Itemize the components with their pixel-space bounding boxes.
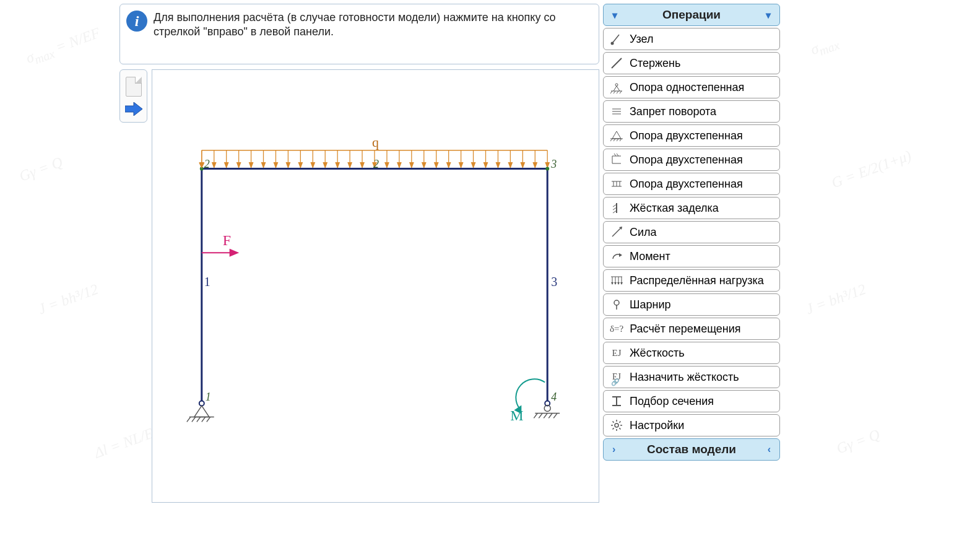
svg-marker-58 <box>545 163 549 168</box>
force-F[interactable] <box>202 249 238 256</box>
svg-line-102 <box>617 154 618 156</box>
moment-M-label: M <box>510 407 523 423</box>
svg-line-82 <box>614 86 617 91</box>
left-toolbar <box>119 69 147 123</box>
op-hinge[interactable]: Шарнир <box>603 293 780 316</box>
svg-line-87 <box>617 91 618 93</box>
distload-icon <box>610 274 623 287</box>
svg-marker-34 <box>397 163 401 168</box>
support-roller-node4[interactable] <box>534 405 560 418</box>
op-section[interactable]: Подбор сечения <box>603 390 780 412</box>
chevron-down-icon: ▾ <box>612 9 617 21</box>
svg-marker-62 <box>230 249 238 256</box>
support-pin-node1[interactable] <box>187 406 214 422</box>
svg-marker-56 <box>533 163 537 168</box>
svg-marker-92 <box>612 131 621 139</box>
op-bar[interactable]: Стержень <box>603 52 780 74</box>
svg-marker-122 <box>617 282 620 285</box>
op-force[interactable]: Сила <box>603 221 780 243</box>
op-support1-label: Опора одностепенная <box>630 81 773 94</box>
svg-line-96 <box>617 139 618 141</box>
run-button[interactable] <box>125 102 142 116</box>
svg-marker-0 <box>125 102 142 116</box>
svg-marker-44 <box>459 163 463 168</box>
svg-marker-40 <box>435 163 438 168</box>
svg-marker-38 <box>422 163 426 168</box>
svg-marker-26 <box>348 163 352 168</box>
bar-1-label: 1 <box>204 275 210 289</box>
model-contents-title: Состав модели <box>647 443 736 456</box>
op-stiffness-label: Жёсткость <box>630 347 773 360</box>
op-support2a-label: Опора двухстепенная <box>630 129 773 142</box>
op-support2c[interactable]: Опора двухстепенная <box>603 173 780 195</box>
op-support1[interactable]: Опора одностепенная <box>603 76 780 98</box>
op-force-label: Сила <box>630 226 773 239</box>
op-bar-label: Стержень <box>630 57 773 70</box>
op-distload-label: Распределённая нагрузка <box>630 274 773 287</box>
svg-line-88 <box>620 91 622 93</box>
svg-point-79 <box>611 42 614 45</box>
operations-title: Операции <box>662 8 721 22</box>
svg-line-68 <box>197 417 201 422</box>
svg-line-66 <box>187 417 191 422</box>
node-1-label: 1 <box>206 391 211 403</box>
ibeam-icon <box>610 394 623 408</box>
new-document-icon[interactable] <box>126 77 142 97</box>
chevron-right-icon: › <box>612 444 615 455</box>
svg-point-81 <box>615 84 618 86</box>
support2a-icon <box>610 129 623 142</box>
op-settings-label: Настройки <box>630 419 773 432</box>
svg-marker-52 <box>508 163 512 168</box>
svg-line-86 <box>614 91 615 93</box>
model-contents-footer[interactable]: › Состав модели ‹ <box>603 438 780 461</box>
chevron-left-icon: ‹ <box>768 444 771 455</box>
node-3[interactable] <box>545 167 549 171</box>
hinge-icon <box>610 298 623 311</box>
info-icon: i <box>126 11 147 32</box>
force-icon <box>610 225 623 239</box>
operations-header[interactable]: ▾ Операции ▾ <box>603 4 780 26</box>
svg-line-135 <box>619 428 620 429</box>
svg-marker-114 <box>619 253 622 257</box>
svg-marker-12 <box>262 163 266 168</box>
op-node-label: Узел <box>630 33 773 46</box>
scheme-canvas[interactable]: 1 2 2 3 4 1 3 <box>152 69 599 503</box>
svg-point-124 <box>614 300 619 305</box>
op-displacement-label: Расчёт перемещения <box>630 323 773 336</box>
op-fixed-label: Жёсткая заделка <box>630 202 773 215</box>
op-fixed[interactable]: Жёсткая заделка <box>603 197 780 219</box>
op-support2b[interactable]: Опора двухстепенная <box>603 149 780 171</box>
force-F-label: F <box>223 232 231 248</box>
node-4-label: 4 <box>551 391 557 403</box>
op-stiffness[interactable]: EJ Жёсткость <box>603 342 780 364</box>
op-assign-stiffness[interactable]: EJ🔗 Назначить жёсткость <box>603 366 780 388</box>
op-node[interactable]: Узел <box>603 28 780 50</box>
op-support2b-label: Опора двухстепенная <box>630 154 773 167</box>
support2b-icon <box>610 153 623 167</box>
op-rotlock[interactable]: Запрет поворота <box>603 100 780 123</box>
svg-line-95 <box>614 139 615 141</box>
op-support2a[interactable]: Опора двухстепенная <box>603 124 780 147</box>
load-q-label: q <box>372 134 379 150</box>
op-rotlock-label: Запрет поворота <box>630 105 773 118</box>
chevron-down-icon: ▾ <box>766 9 771 21</box>
op-moment[interactable]: Момент <box>603 245 780 267</box>
svg-marker-28 <box>360 163 364 168</box>
op-support2c-label: Опора двухстепенная <box>630 178 773 191</box>
svg-line-101 <box>614 154 616 156</box>
svg-marker-42 <box>447 163 451 168</box>
svg-line-76 <box>549 413 552 418</box>
support2c-icon <box>610 177 623 191</box>
svg-line-83 <box>617 86 620 91</box>
node-3-label: 3 <box>550 158 557 170</box>
svg-line-75 <box>544 413 547 418</box>
op-displacement[interactable]: δ=? Расчёт перемещения <box>603 318 780 340</box>
op-hinge-label: Шарнир <box>630 298 773 311</box>
svg-line-112 <box>612 228 620 236</box>
svg-marker-36 <box>410 163 414 168</box>
op-settings[interactable]: Настройки <box>603 414 780 436</box>
ej-link-icon: EJ🔗 <box>610 370 623 384</box>
svg-marker-4 <box>212 163 216 168</box>
svg-marker-121 <box>614 282 617 285</box>
op-distload[interactable]: Распределённая нагрузка <box>603 269 780 292</box>
